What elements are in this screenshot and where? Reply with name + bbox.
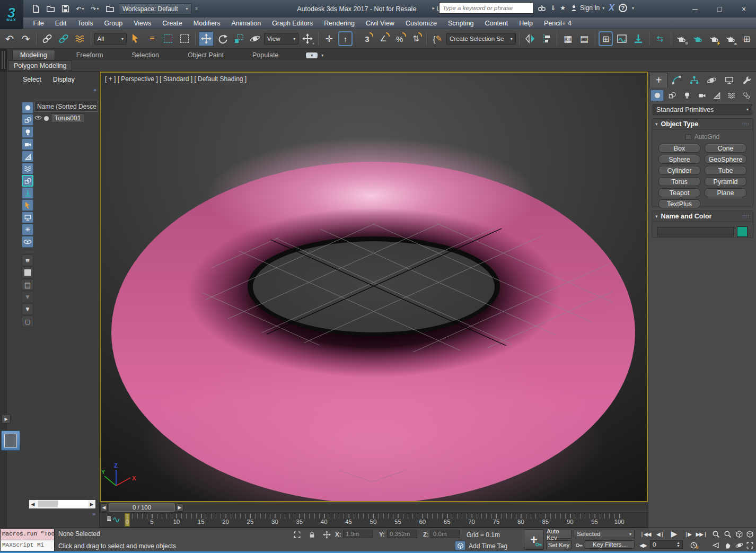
tab-modify[interactable] (668, 73, 685, 87)
next-frame-button[interactable]: ❘▶ (682, 529, 693, 539)
next-frame-arrow[interactable]: ▶ (176, 503, 183, 512)
display-cameras-icon[interactable] (22, 138, 33, 150)
pan-view-icon[interactable] (722, 540, 733, 550)
angle-snap-toggle[interactable]: ∠ (376, 31, 391, 46)
toggle-scene-explorer-button[interactable]: ▦ (560, 31, 575, 46)
reference-coordinate-dropdown[interactable]: View▾ (264, 33, 298, 45)
ribbon-tab-object-paint[interactable]: Object Paint (180, 50, 231, 60)
tab-display[interactable] (720, 73, 738, 87)
menu-pencil-4[interactable]: Pencil+ 4 (539, 17, 577, 29)
select-and-place-button[interactable] (248, 31, 262, 46)
workspace-selector[interactable]: Workspace: Default▾ (119, 3, 192, 15)
rectangular-selection-region-button[interactable] (161, 31, 176, 46)
isolate-selection-icon[interactable] (455, 541, 465, 550)
zoom-extents-all-icon[interactable] (744, 529, 755, 539)
explorer-filter-settings-icon[interactable]: ▼ (22, 291, 33, 303)
select-and-manipulate-button[interactable]: ✛ (322, 31, 337, 46)
display-combo-icon[interactable] (22, 175, 33, 187)
explorer-horizontal-scrollbar[interactable]: ◀ ▶ (29, 500, 95, 508)
display-bones-icon[interactable] (22, 199, 33, 211)
object-name-label[interactable]: Torus001 (51, 113, 84, 123)
previous-frame-arrow[interactable]: ◀ (100, 503, 108, 512)
maximize-viewport-toggle[interactable] (744, 540, 755, 550)
orbit-icon[interactable] (734, 540, 744, 550)
visibility-eye-icon[interactable] (34, 115, 42, 122)
track-bar[interactable]: 0510152025303540455055606570758085909510… (100, 513, 648, 528)
primitive-category-dropdown[interactable]: Standard Primitives▾ (653, 104, 752, 115)
use-pivot-center-button[interactable]: + (300, 31, 315, 46)
rendered-frame-window-button[interactable] (690, 31, 705, 46)
object-color-swatch[interactable] (737, 226, 748, 237)
mirror-button[interactable] (523, 31, 538, 46)
play-button[interactable]: ▶ (667, 529, 681, 539)
key-filters-button[interactable]: Key Filters... (585, 540, 635, 549)
tab-motion[interactable] (703, 73, 720, 87)
create-teapot-button[interactable]: Teapot (658, 188, 700, 197)
selection-lock-region-icon[interactable] (292, 530, 302, 539)
select-object-button[interactable] (128, 31, 143, 46)
scroll-left-icon[interactable]: ◀ (29, 502, 37, 507)
previous-frame-button[interactable]: ◀❘ (654, 529, 666, 539)
ribbon-tab-modeling[interactable]: Modeling (12, 50, 55, 60)
auto-key-button[interactable]: Auto Key (546, 530, 572, 539)
create-geosphere-button[interactable]: GeoSphere (705, 155, 746, 164)
display-frozen-icon[interactable]: ✳ (22, 224, 33, 235)
listener-macro-line[interactable]: macros.run "Tool (1, 529, 54, 540)
explorer-row-torus001[interactable]: Torus001 (34, 113, 98, 124)
explorer-menu-select[interactable]: Select (23, 76, 41, 83)
zoom-icon[interactable] (710, 529, 721, 539)
window-crossing-toggle[interactable] (177, 31, 192, 46)
menu-group[interactable]: Group (99, 17, 128, 29)
menu-help[interactable]: Help (514, 17, 539, 29)
tab-hierarchy[interactable] (685, 73, 703, 87)
search-icon[interactable] (538, 4, 546, 12)
toggle-ribbon-button[interactable]: ⊞ (599, 31, 613, 46)
create-plane-button[interactable]: Plane (705, 188, 746, 197)
help-dropdown-icon[interactable]: ▾ (632, 6, 634, 11)
polygon-modeling-panel-button[interactable]: Polygon Modeling (8, 60, 72, 71)
select-and-move-button[interactable] (199, 31, 214, 46)
add-time-tag[interactable]: Add Time Tag (469, 542, 507, 550)
create-tube-button[interactable]: Tube (705, 166, 746, 175)
select-by-name-button[interactable]: ≡ (145, 31, 160, 46)
help-icon[interactable]: ? (619, 4, 627, 12)
perspective-viewport[interactable]: [ + ] [ Perspective ] [ Standard ] [ Def… (100, 72, 648, 502)
viewport-label[interactable]: [ + ] [ Perspective ] [ Standard ] [ Def… (105, 75, 247, 83)
display-shapes-icon[interactable] (22, 114, 33, 126)
scrollbar-thumb[interactable] (38, 501, 58, 507)
category-shapes-icon[interactable] (665, 90, 679, 101)
x-coordinate-field[interactable]: 1.9m (343, 530, 373, 538)
isolate-selection-icon[interactable]: ⇆ (653, 31, 667, 46)
explorer-bottom-chevron[interactable]: » (92, 511, 95, 517)
go-to-start-button[interactable]: ❘◀◀ (638, 529, 652, 539)
favorites-star-icon[interactable]: ★ (560, 4, 566, 12)
menu-scripting[interactable]: Scripting (442, 17, 479, 29)
explorer-list-view-icon[interactable]: ≡ (22, 254, 33, 266)
explorer-detail-view-icon[interactable]: ▤ (22, 279, 33, 291)
create-torus-button[interactable]: Torus (658, 177, 700, 186)
create-cylinder-button[interactable]: Cylinder (658, 166, 700, 175)
expand-tray-button[interactable]: ▶ (2, 414, 11, 424)
select-and-scale-button[interactable] (231, 31, 246, 46)
scroll-right-icon[interactable]: ▶ (88, 502, 95, 507)
3dsmax-logo[interactable]: 3MAX (0, 0, 23, 29)
y-coordinate-field[interactable]: 0.352m (387, 530, 417, 538)
display-hidden-icon[interactable] (22, 236, 33, 248)
display-geometry-icon[interactable] (22, 102, 33, 113)
create-pyramid-button[interactable]: Pyramid (705, 177, 746, 186)
menu-views[interactable]: Views (128, 17, 157, 29)
time-configuration-icon[interactable]: ⚙ (688, 540, 699, 550)
category-systems-icon[interactable] (740, 90, 753, 101)
display-helpers-icon[interactable] (22, 151, 33, 162)
sign-in-button[interactable]: Sign In▾ (570, 4, 604, 12)
curve-editor-button[interactable] (614, 31, 629, 46)
key-step-toggle[interactable]: ◀▶ (638, 540, 648, 550)
field-of-view-icon[interactable] (710, 540, 721, 550)
zoom-extents-icon[interactable] (734, 529, 744, 539)
open-file-button[interactable] (45, 3, 56, 15)
menu-civil-view[interactable]: Civil View (360, 17, 400, 29)
listener-script-line[interactable]: MAXScript Mi (1, 540, 54, 551)
absolute-mode-transform-icon[interactable] (321, 530, 332, 539)
menu-customize[interactable]: Customize (400, 17, 442, 29)
explorer-overflow-chevron[interactable]: » (93, 86, 96, 93)
